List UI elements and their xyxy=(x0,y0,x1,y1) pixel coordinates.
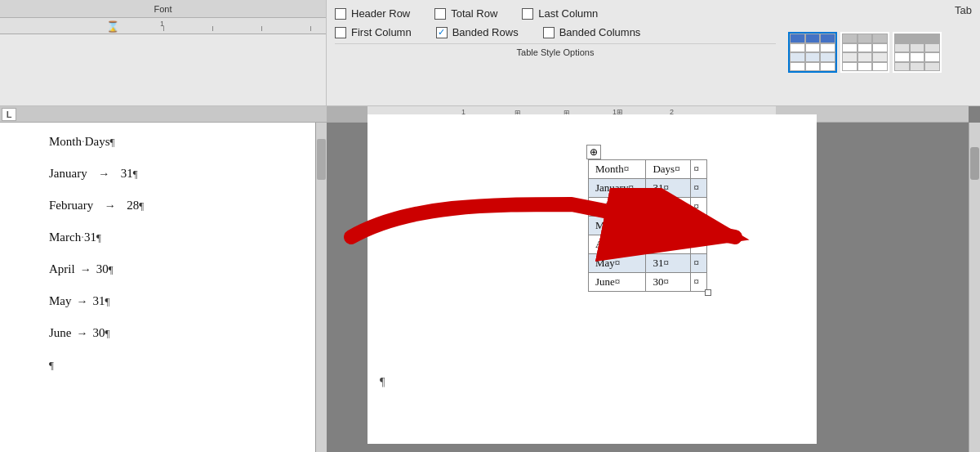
doc-line-april: April→30¶ xyxy=(49,262,310,276)
table-row: April¤ 30¤ ¤ xyxy=(589,235,707,254)
table-cell-april: April¤ xyxy=(589,235,646,254)
table-row: May¤ 31¤ ¤ xyxy=(589,254,707,273)
last-column-label: Last Column xyxy=(538,7,598,20)
banded-rows-checkbox[interactable]: Banded Rows xyxy=(436,26,519,38)
bottom-para-mark: ¶ xyxy=(380,376,385,389)
table-cell-30-jun: 30¤ xyxy=(646,273,691,292)
header-row-checkbox-box[interactable] xyxy=(335,8,346,20)
table-cell-extra-may: ¤ xyxy=(691,254,707,273)
table-header-row: Month¤ Days¤ ¤ xyxy=(589,160,707,179)
banded-columns-checkbox[interactable]: Banded Columns xyxy=(543,26,641,38)
ruler-L-button[interactable]: L xyxy=(2,108,16,121)
checkbox-row-1: Header Row Total Row Last Column xyxy=(335,7,776,20)
table-cell-30-apr: 30¤ xyxy=(646,235,691,254)
doc-table: Month¤ Days¤ ¤ January¤ 31¤ ¤ February¤ … xyxy=(588,159,707,292)
first-column-label: First Column xyxy=(351,26,412,38)
table-cell-31-may: 31¤ xyxy=(646,254,691,273)
first-column-checkbox[interactable]: First Column xyxy=(335,26,412,38)
table-cell-may: May¤ xyxy=(589,254,646,273)
ruler-number-1: 1 xyxy=(160,20,164,28)
table-header-extra: ¤ xyxy=(691,160,707,179)
table-cell-january: January¤ xyxy=(589,179,646,198)
table-cell-extra-mar: ¤ xyxy=(691,217,707,235)
ribbon-right: Header Row Total Row Last Column First C… xyxy=(327,0,980,105)
table-style-options-label: Table Style Options xyxy=(335,43,776,57)
first-column-checkbox-box[interactable] xyxy=(335,27,346,38)
checkbox-row-2: First Column Banded Rows Banded Columns xyxy=(335,26,776,38)
hourglass-icon: ⌛ xyxy=(106,20,119,33)
doc-line-january: January → 31¶ xyxy=(49,167,310,181)
table-style-preview-3[interactable] xyxy=(893,32,942,73)
left-panel: L Month·Days¶ January → 31¶ February → 2… xyxy=(0,106,327,452)
ribbon: Font ⌛ 1 Header Row Total Row xyxy=(0,0,980,106)
table-cell-28: 28¤ xyxy=(646,198,691,217)
right-scrollbar-thumb[interactable] xyxy=(970,147,979,180)
doc-line-june: June→30¶ xyxy=(49,326,310,340)
table-header-month: Month¤ xyxy=(589,160,646,179)
total-row-checkbox-box[interactable] xyxy=(434,8,446,20)
table-header-days: Days¤ xyxy=(646,160,691,179)
header-row-label: Header Row xyxy=(351,7,410,20)
table-cell-31-mar: 31¤ xyxy=(646,217,691,235)
table-style-options: Header Row Total Row Last Column First C… xyxy=(327,0,784,105)
table-row: March¤ 31¤ ¤ xyxy=(589,217,707,235)
total-row-label: Total Row xyxy=(451,7,497,20)
banded-columns-checkbox-box[interactable] xyxy=(543,27,555,38)
banded-columns-label: Banded Columns xyxy=(559,26,641,38)
table-row: June¤ 30¤ ¤ xyxy=(589,273,707,292)
doc-line-header: Month·Days¶ xyxy=(49,135,310,149)
ribbon-font-section: Font ⌛ 1 xyxy=(0,0,327,105)
table-move-handle[interactable]: ⊕ xyxy=(586,145,601,159)
table-style-preview-1[interactable] xyxy=(788,32,837,73)
ribbon-ruler: ⌛ 1 xyxy=(0,18,326,34)
document-area: L Month·Days¶ January → 31¶ February → 2… xyxy=(0,106,980,452)
doc-table-wrapper: ⊕ Month¤ Days¤ ¤ January¤ 31¤ ¤ February… xyxy=(588,159,707,292)
doc-line-para: ¶ xyxy=(49,358,310,372)
table-cell-extra-feb: ¤ xyxy=(691,198,707,217)
doc-page-left: Month·Days¶ January → 31¶ February → 28¶… xyxy=(0,123,327,452)
table-style-preview-2[interactable] xyxy=(840,32,889,73)
header-row-checkbox[interactable]: Header Row xyxy=(335,7,410,20)
right-scrollbar[interactable] xyxy=(969,123,980,452)
ribbon-tab-label: Tab xyxy=(947,0,980,20)
table-cell-february: February¤ xyxy=(589,198,646,217)
left-ruler: L xyxy=(0,106,327,123)
left-scrollbar-thumb[interactable] xyxy=(317,139,326,180)
table-row: January¤ 31¤ ¤ xyxy=(589,179,707,198)
right-page: ⊕ Month¤ Days¤ ¤ January¤ 31¤ ¤ February… xyxy=(368,114,817,444)
table-cell-31-jan: 31¤ xyxy=(646,179,691,198)
doc-line-march: March·31¶ xyxy=(49,230,310,244)
last-column-checkbox[interactable]: Last Column xyxy=(522,7,598,20)
table-cell-june: June¤ xyxy=(589,273,646,292)
ribbon-font-label: Font xyxy=(0,0,326,18)
last-column-checkbox-box[interactable] xyxy=(522,8,533,20)
doc-line-february: February → 28¶ xyxy=(49,199,310,213)
left-scrollbar[interactable] xyxy=(315,123,327,452)
right-panel: L 1 ⊞ ⊞ 1⊞ 2 ⊕ Month¤ Da xyxy=(327,106,980,452)
doc-line-may: May→31¶ xyxy=(49,294,310,308)
table-row: February¤ 28¤ ¤ xyxy=(589,198,707,217)
table-cell-extra-apr: ¤ xyxy=(691,235,707,254)
banded-rows-checkbox-box[interactable] xyxy=(436,27,448,38)
table-resize-handle[interactable] xyxy=(705,289,711,296)
table-cell-extra-jan: ¤ xyxy=(691,179,707,198)
table-cell-march: March¤ xyxy=(589,217,646,235)
banded-rows-label: Banded Rows xyxy=(452,26,519,38)
total-row-checkbox[interactable]: Total Row xyxy=(434,7,497,20)
